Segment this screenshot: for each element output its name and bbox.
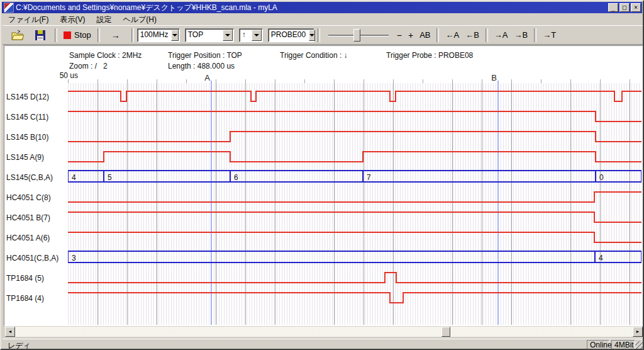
stop-label: Stop	[74, 30, 91, 40]
channel-label: HC4051 B(7)	[6, 213, 50, 222]
resize-grip[interactable]	[635, 341, 643, 349]
menu-item[interactable]: 設定	[91, 14, 117, 26]
app-window: C:¥Documents and Settings¥noname¥デスクトップ¥…	[0, 0, 644, 350]
signal-trace	[68, 192, 641, 202]
bus-value: 4	[599, 254, 603, 262]
chevron-down-icon[interactable]	[223, 30, 233, 41]
signal-trace	[68, 293, 641, 303]
trigger-edge-value: ↑	[240, 29, 251, 42]
status-bar: レディ Online 4MBit	[3, 339, 644, 350]
minimize-button[interactable]: _	[608, 3, 618, 12]
scroll-right-button[interactable]: ►	[633, 327, 643, 337]
channel-label: LS145 A(9)	[6, 153, 44, 162]
bus-value: 4	[72, 173, 76, 182]
trigger-probe-value: PROBE00	[269, 29, 308, 42]
status-ready-text: レディ	[8, 341, 31, 350]
toolbar-separator	[486, 28, 488, 42]
toolbar-separator	[318, 28, 320, 42]
scroll-left-button[interactable]: ◄	[5, 327, 15, 337]
toolbar-separator	[55, 28, 57, 42]
channel-label: TP1684 (5)	[6, 274, 44, 283]
arrow-right-icon: →	[111, 30, 120, 40]
app-icon	[4, 3, 14, 13]
window-controls: _ □ ×	[608, 3, 641, 12]
toolbar-separator	[436, 28, 439, 42]
set-cursor-b-button[interactable]: →B	[511, 28, 531, 43]
signal-trace	[68, 111, 641, 121]
maximize-button[interactable]: □	[619, 3, 630, 12]
chevron-down-icon[interactable]	[252, 30, 262, 41]
zoom-in-button[interactable]: +	[405, 28, 416, 43]
goto-trigger-button[interactable]: →T	[540, 28, 559, 43]
scroll-thumb[interactable]	[441, 327, 450, 337]
signal-trace	[68, 212, 641, 222]
goto-cursor-b-button[interactable]: ←B	[462, 28, 482, 43]
signal-trace	[68, 132, 641, 142]
timebase-label: 50 us	[54, 71, 78, 80]
zoom-info: Zoom : / 2	[69, 62, 108, 71]
channel-label: LS145 D(12)	[6, 93, 49, 101]
bus-value: 5	[108, 173, 112, 182]
arrow-left-icon: ◄	[8, 329, 13, 334]
slider-thumb[interactable]	[353, 29, 360, 42]
channel-label: LS145(C,B,A)	[6, 173, 53, 182]
folder-open-icon	[11, 30, 24, 41]
sample-clock-value: 100MHz	[138, 29, 171, 42]
menu-item[interactable]: ファイル(F)	[3, 14, 54, 26]
chevron-down-icon[interactable]	[171, 30, 178, 41]
ab-cursors-button[interactable]: AB	[416, 28, 433, 43]
toolbar-separator	[131, 28, 134, 42]
save-button[interactable]	[29, 28, 52, 43]
signal-trace	[68, 152, 641, 162]
chevron-down-icon[interactable]	[309, 30, 315, 41]
status-memory-badge: 4MBit	[611, 340, 635, 349]
toolbar-separator	[534, 28, 536, 42]
zoom-out-button[interactable]: −	[394, 28, 405, 43]
bus-value: 3	[72, 254, 76, 262]
trigger-probe-select[interactable]: PROBE00	[268, 28, 314, 42]
menu-item[interactable]: 表示(V)	[54, 14, 91, 26]
trigger-position-select[interactable]: TOP	[185, 28, 234, 42]
waveform-plot: 4567034	[68, 81, 641, 325]
sample-clock-info: Sample Clock : 2MHz	[69, 51, 142, 60]
run-button[interactable]: →	[103, 28, 128, 43]
trigger-edge-select[interactable]: ↑	[239, 28, 263, 42]
bus-trace	[68, 251, 641, 262]
length-info: Length : 488.000 us	[168, 62, 235, 71]
stop-icon	[64, 31, 71, 39]
bus-value: 6	[234, 173, 238, 182]
signal-trace	[68, 273, 641, 283]
channel-label: HC4051(C,B,A)	[6, 254, 58, 262]
trigger-position-info: Trigger Position : TOP	[168, 51, 242, 60]
open-button[interactable]	[6, 28, 29, 43]
sample-clock-select[interactable]: 100MHz	[137, 28, 180, 42]
menu-item[interactable]: ヘルプ(H)	[117, 14, 162, 26]
bus-value: 7	[367, 173, 371, 182]
horizontal-scrollbar[interactable]: ◄ ►	[5, 327, 643, 337]
trigger-probe-info: Trigger Probe : PROBE08	[386, 51, 473, 60]
channel-label: TP1684 (4)	[6, 294, 44, 303]
channel-label: HC4051 A(6)	[6, 234, 50, 242]
stop-button[interactable]: Stop	[60, 28, 94, 43]
status-online-badge: Online	[587, 340, 609, 349]
trigger-condition-info: Trigger Condition : ↓	[280, 51, 348, 60]
toolbar: Stop → 100MHz TOP ↑ PROBE00 −	[3, 25, 644, 45]
window-title: C:¥Documents and Settings¥noname¥デスクトップ¥…	[16, 3, 608, 13]
signal-trace	[68, 232, 641, 242]
arrow-right-icon: ►	[636, 329, 640, 334]
zoom-slider[interactable]	[328, 28, 389, 43]
channel-label: HC4051 C(8)	[6, 193, 51, 202]
channel-label: LS145 B(10)	[6, 133, 48, 142]
window-titlebar[interactable]: C:¥Documents and Settings¥noname¥デスクトップ¥…	[2, 2, 642, 13]
signal-trace	[68, 91, 641, 101]
floppy-icon	[34, 30, 47, 41]
menu-bar: ファイル(F)表示(V)設定ヘルプ(H)	[3, 14, 644, 25]
bus-value: 0	[599, 173, 604, 182]
toolbar-separator	[97, 28, 100, 42]
bus-trace	[68, 171, 641, 182]
goto-cursor-a-button[interactable]: ←A	[442, 28, 462, 43]
trigger-position-value: TOP	[186, 29, 222, 42]
channel-label: LS145 C(11)	[6, 113, 48, 121]
close-button[interactable]: ×	[631, 3, 641, 12]
set-cursor-a-button[interactable]: →A	[491, 28, 511, 43]
